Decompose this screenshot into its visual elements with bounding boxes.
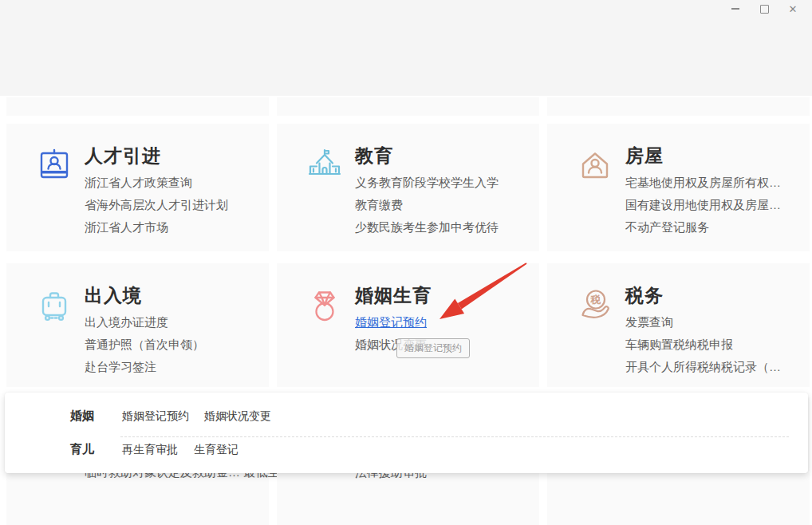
service-link[interactable]: 不动产登记服务	[625, 216, 781, 239]
popup-item-rebirth-approval[interactable]: 再生育审批	[122, 443, 178, 457]
marriage-childcare-popup: 婚姻 婚姻登记预约 婚姻状况变更 育儿 再生育审批 生育登记	[5, 393, 808, 473]
popup-item-birth-registration[interactable]: 生育登记	[194, 443, 238, 457]
service-link[interactable]: 省海外高层次人才引进计划	[85, 194, 228, 216]
service-link[interactable]: 普通护照（首次申领）	[85, 334, 204, 356]
card-title: 房屋	[625, 144, 664, 168]
service-link[interactable]: 车辆购置税纳税申报	[625, 334, 781, 356]
window-controls: ✕	[721, 0, 807, 18]
card-education[interactable]: 教育 义务教育阶段学校学生入学 教育缴费 少数民族考生参加中考优待	[277, 124, 539, 251]
service-link[interactable]: 赴台学习签注	[85, 356, 204, 378]
id-badge-icon	[35, 147, 73, 185]
ring-icon	[305, 286, 344, 325]
card-title: 税务	[625, 283, 664, 308]
service-link[interactable]: 义务教育阶段学校学生入学	[355, 172, 499, 194]
tooltip: 婚姻登记预约	[396, 338, 470, 358]
service-link[interactable]: 浙江省人才政策查询	[85, 172, 228, 194]
card-fragment	[6, 97, 269, 116]
suitcase-icon	[35, 286, 73, 325]
maximize-icon	[760, 5, 769, 14]
service-link[interactable]: 开具个人所得税纳税记录（…	[625, 356, 781, 378]
tax-coin-hand-icon: 税	[576, 286, 614, 325]
card-marriage[interactable]: 婚姻生育 婚姻登记预约 婚姻状况变更	[277, 263, 539, 387]
service-link[interactable]: 宅基地使用权及房屋所有权…	[625, 172, 781, 194]
dashed-divider	[120, 436, 789, 437]
service-link[interactable]: 少数民族考生参加中考优待	[355, 216, 499, 239]
card-fragment	[547, 97, 810, 116]
window-top-band	[0, 0, 812, 96]
card-tax[interactable]: 税 税务 发票查询 车辆购置税纳税申报 开具个人所得税纳税记录（…	[547, 263, 810, 387]
house-icon	[576, 147, 614, 185]
minimize-icon	[731, 8, 739, 10]
service-link[interactable]: 发票查询	[625, 311, 781, 334]
minimize-button[interactable]	[721, 0, 750, 18]
popup-item-marriage-registration[interactable]: 婚姻登记预约	[122, 409, 189, 424]
service-link[interactable]: 浙江省人才市场	[85, 216, 228, 239]
card-title: 教育	[355, 144, 393, 168]
service-link[interactable]: 国有建设用地使用权及房屋…	[625, 194, 781, 216]
marriage-registration-link[interactable]: 婚姻登记预约	[355, 311, 427, 334]
card-housing[interactable]: 房屋 宅基地使用权及房屋所有权… 国有建设用地使用权及房屋… 不动产登记服务	[547, 124, 810, 251]
svg-text:税: 税	[590, 294, 601, 306]
maximize-button[interactable]	[750, 0, 778, 18]
popup-item-marital-status-change[interactable]: 婚姻状况变更	[204, 409, 271, 424]
card-title: 出入境	[85, 283, 142, 308]
school-icon	[305, 147, 344, 185]
close-icon: ✕	[789, 4, 798, 14]
card-title: 婚姻生育	[355, 283, 432, 308]
close-button[interactable]: ✕	[778, 0, 807, 18]
service-link[interactable]: 出入境办证进度	[85, 311, 204, 334]
popup-label-childcare: 育儿	[70, 442, 94, 457]
card-immigration[interactable]: 出入境 出入境办证进度 普通护照（首次申领） 赴台学习签注	[6, 263, 269, 387]
card-fragment	[277, 97, 539, 116]
service-link[interactable]: 教育缴费	[355, 194, 499, 216]
card-talent[interactable]: 人才引进 浙江省人才政策查询 省海外高层次人才引进计划 浙江省人才市场	[6, 124, 269, 251]
card-title: 人才引进	[85, 144, 161, 168]
popup-label-marriage: 婚姻	[70, 409, 94, 424]
